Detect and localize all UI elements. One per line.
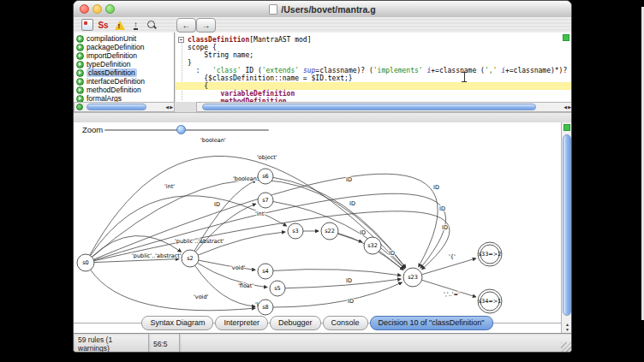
state-s5[interactable]: s5 — [270, 281, 285, 296]
warning-icon[interactable]: ! — [113, 19, 126, 31]
tab-interpreter[interactable]: Interpreter — [215, 316, 268, 330]
diagram-vscrollbar[interactable]: ▲▼ — [561, 122, 572, 333]
tree-item-methodDefinition[interactable]: methodDefinition — [74, 86, 174, 94]
editor-hscroll-arrows[interactable]: ◀▶ — [564, 103, 571, 111]
bottom-tabs: Syntax DiagramInterpreterDebuggerConsole… — [74, 314, 561, 331]
tree-item-formalArgs[interactable]: formalArgs — [74, 94, 174, 102]
state-label: s2 — [187, 255, 194, 262]
fold-gutter — [182, 37, 182, 100]
state-s32[interactable]: s32 — [364, 237, 381, 254]
state-label: s5 — [274, 285, 281, 292]
state-label: s6 — [262, 173, 269, 180]
dfa-diagram[interactable]: 'boolean''object'IDIDID'int''public'..'a… — [74, 136, 561, 316]
state-label: s4 — [262, 268, 269, 275]
code-line[interactable]: {$classDefinition::name = $ID.text;} — [188, 74, 572, 82]
rule-icon — [76, 52, 84, 60]
tab-console[interactable]: Console — [323, 316, 368, 330]
diagram-vscroll-thumb[interactable] — [563, 134, 571, 316]
tab-decision-10-of-classdefinition[interactable]: Decision 10 of "classDefinition" — [370, 316, 493, 330]
code-line[interactable]: : 'class' ID ('extends' sup=classname)? … — [188, 67, 572, 74]
state-label: s3 — [292, 228, 299, 234]
tree-item-label: interfaceDefinition — [86, 77, 145, 86]
tree-hscroll-thumb[interactable] — [86, 104, 146, 110]
editor-hscrollbar[interactable]: ◀▶ — [196, 102, 572, 112]
tree-item-interfaceDefinition[interactable]: interfaceDefinition — [74, 77, 174, 86]
state-s7[interactable]: s7 — [258, 193, 273, 208]
state-s33=>2[interactable]: s33=>2 — [478, 242, 502, 266]
desktop: /Users/bovet/mantra.g Ss ! ↑ ← → compila… — [0, 0, 644, 362]
code-line[interactable]: variableDefinition — [188, 90, 572, 98]
text-cursor — [462, 72, 467, 82]
document-proxy-icon — [269, 4, 277, 15]
tree-item-label: methodDefinition — [86, 86, 141, 94]
edge-label: ID — [389, 250, 395, 257]
code-line[interactable]: String name; — [188, 51, 572, 59]
tree-item-typeDefinition[interactable]: typeDefinition — [74, 60, 174, 68]
find-icon[interactable] — [146, 19, 158, 31]
edge-label: 'int' — [255, 211, 265, 217]
edge-label: 'float' — [238, 282, 253, 289]
edge-label: ','..'=' — [444, 291, 460, 298]
tree-item-label: packageDefinition — [86, 43, 145, 51]
decision-panel: Zoom 'boolean''object'IDIDID'int''public… — [74, 122, 572, 333]
status-spacer — [180, 334, 572, 353]
tree-hscroll-arrows[interactable]: ◀▶ — [165, 103, 173, 111]
tree-item-label: formalArgs — [86, 94, 122, 102]
state-s8[interactable]: s8 — [258, 300, 273, 315]
transition-edge — [91, 270, 255, 311]
syntax-coloring-icon[interactable]: Ss — [97, 19, 110, 31]
state-s2[interactable]: s2 — [182, 250, 199, 267]
state-s34=>1[interactable]: s34=>1 — [478, 289, 502, 313]
state-s22[interactable]: s22 — [321, 223, 338, 240]
code-area[interactable]: classDefinition[MantraAST mod]scope { St… — [188, 36, 572, 102]
edge-label: 'int' — [164, 183, 175, 190]
state-s3[interactable]: s3 — [288, 223, 303, 239]
grammar-ok-indicator — [563, 34, 569, 41]
tree-item-classDefinition[interactable]: classDefinition — [74, 68, 174, 77]
state-label: s7 — [262, 197, 269, 204]
code-line[interactable]: classDefinition[MantraAST mod] — [188, 36, 572, 44]
editor-hscroll-thumb[interactable] — [202, 104, 536, 110]
tree-item-importDefinition[interactable]: importDefinition — [74, 51, 174, 60]
rule-icon — [76, 86, 84, 94]
titlebar[interactable]: /Users/bovet/mantra.g — [74, 1, 571, 18]
rule-icon — [76, 35, 84, 43]
tree-hscrollbar[interactable]: ◀▶ — [74, 102, 175, 112]
code-line[interactable]: } — [188, 59, 572, 67]
resize-grip[interactable] — [561, 342, 572, 353]
tree-item-label: typeDefinition — [86, 60, 131, 68]
state-label: s22 — [325, 228, 335, 234]
edge-label: ID — [348, 298, 354, 305]
tab-debugger[interactable]: Debugger — [270, 316, 321, 330]
state-s23[interactable]: s23 — [403, 268, 422, 287]
fold-icon[interactable] — [178, 37, 184, 43]
diagram-vscroll-arrows[interactable]: ▲▼ — [562, 322, 572, 332]
tree-item-label: compilationUnit — [86, 34, 136, 43]
edge-label: ID — [346, 176, 352, 183]
transition-edge — [273, 270, 401, 276]
transition-edge — [91, 196, 287, 256]
top-split: compilationUnitpackageDefinitionimportDe… — [74, 33, 572, 112]
zoom-label: Zoom — [82, 125, 103, 134]
code-line[interactable]: scope { — [188, 44, 572, 51]
edge-label: 'public'..'abstract' — [175, 238, 224, 245]
tree-item-compilationUnit[interactable]: compilationUnit — [74, 34, 174, 43]
grammar-editor[interactable]: classDefinition[MantraAST mod]scope { St… — [176, 33, 572, 102]
rule-status-icon — [76, 104, 83, 110]
edge-label: 'public'..'abstract' — [132, 252, 182, 259]
state-s4[interactable]: s4 — [258, 264, 273, 279]
edge-label: 'void' — [230, 264, 246, 271]
tree-item-packageDefinition[interactable]: packageDefinition — [74, 43, 174, 51]
state-s0[interactable]: s0 — [77, 254, 94, 271]
antlrworks-window: /Users/bovet/mantra.g Ss ! ↑ ← → compila… — [73, 0, 572, 353]
grammar-doc-icon[interactable] — [80, 19, 93, 31]
tab-syntax-diagram[interactable]: Syntax Diagram — [141, 316, 213, 330]
goto-rule-icon[interactable]: ↑ — [129, 19, 142, 31]
forward-button[interactable]: → — [196, 18, 216, 33]
back-button[interactable]: ← — [176, 18, 196, 33]
zoom-slider-knob[interactable] — [176, 125, 186, 134]
code-line[interactable]: { — [176, 82, 572, 90]
rule-icon — [76, 78, 84, 86]
zoom-slider[interactable] — [104, 129, 269, 131]
state-s6[interactable]: s6 — [258, 169, 273, 184]
